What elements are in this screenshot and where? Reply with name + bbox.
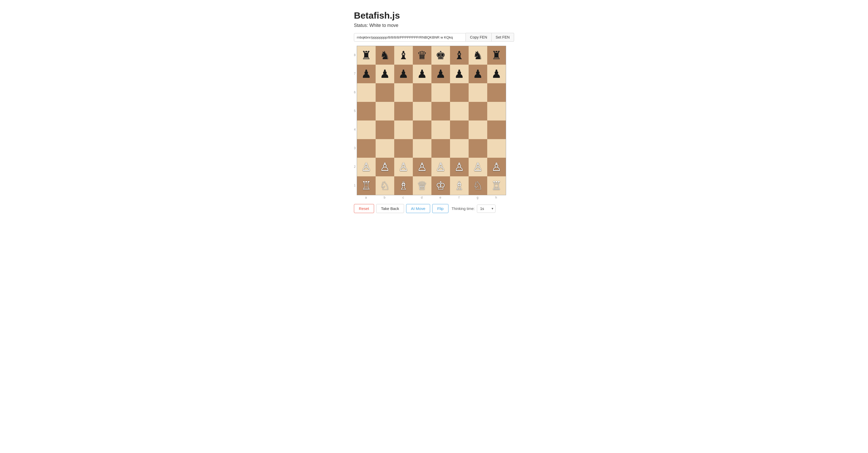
square-c2[interactable]: ♙ bbox=[394, 158, 413, 176]
square-f4[interactable] bbox=[450, 120, 469, 139]
chess-board[interactable]: ♜♞♝♛♚♝♞♜♟♟♟♟♟♟♟♟♙♙♙♙♙♙♙♙♖♘♗♕♔♗♘♖ bbox=[357, 46, 506, 195]
square-e6[interactable] bbox=[431, 83, 450, 102]
black-p-h7: ♟ bbox=[491, 68, 501, 80]
flip-button[interactable]: Flip bbox=[432, 204, 448, 213]
square-b7[interactable]: ♟ bbox=[376, 65, 394, 83]
white-P-e2: ♙ bbox=[436, 161, 445, 173]
square-a8[interactable]: ♜ bbox=[357, 46, 376, 65]
white-B-c1: ♗ bbox=[398, 180, 408, 191]
file-label-b: b bbox=[375, 196, 394, 199]
square-h6[interactable] bbox=[487, 83, 506, 102]
square-a3[interactable] bbox=[357, 139, 376, 158]
square-d4[interactable] bbox=[413, 120, 431, 139]
square-e5[interactable] bbox=[431, 102, 450, 120]
black-p-f7: ♟ bbox=[454, 68, 464, 80]
square-f5[interactable] bbox=[450, 102, 469, 120]
square-a6[interactable] bbox=[357, 83, 376, 102]
thinking-time-select[interactable]: 0.1s0.5s1s2s5s10s bbox=[477, 204, 495, 213]
square-a1[interactable]: ♖ bbox=[357, 176, 376, 195]
square-g2[interactable]: ♙ bbox=[469, 158, 487, 176]
square-h7[interactable]: ♟ bbox=[487, 65, 506, 83]
copy-fen-button[interactable]: Copy FEN bbox=[466, 33, 491, 41]
white-P-f2: ♙ bbox=[454, 161, 464, 173]
white-N-b1: ♘ bbox=[380, 180, 390, 191]
rank-label-1: 1 bbox=[354, 176, 356, 195]
square-f8[interactable]: ♝ bbox=[450, 46, 469, 65]
rank-label-6: 6 bbox=[354, 83, 356, 102]
square-f1[interactable]: ♗ bbox=[450, 176, 469, 195]
square-c3[interactable] bbox=[394, 139, 413, 158]
square-d5[interactable] bbox=[413, 102, 431, 120]
ai-move-button[interactable]: AI Move bbox=[406, 204, 430, 213]
black-q-d8: ♛ bbox=[417, 50, 427, 61]
reset-button[interactable]: Reset bbox=[354, 204, 374, 213]
square-g3[interactable] bbox=[469, 139, 487, 158]
square-h2[interactable]: ♙ bbox=[487, 158, 506, 176]
square-h8[interactable]: ♜ bbox=[487, 46, 506, 65]
square-g1[interactable]: ♘ bbox=[469, 176, 487, 195]
black-n-g8: ♞ bbox=[473, 50, 483, 61]
take-back-button[interactable]: Take Back bbox=[376, 204, 404, 213]
square-e8[interactable]: ♚ bbox=[431, 46, 450, 65]
thinking-time-label: Thinking time: bbox=[452, 206, 475, 211]
black-k-e8: ♚ bbox=[436, 50, 445, 61]
square-h5[interactable] bbox=[487, 102, 506, 120]
square-h1[interactable]: ♖ bbox=[487, 176, 506, 195]
fen-input[interactable] bbox=[354, 33, 466, 41]
square-e2[interactable]: ♙ bbox=[431, 158, 450, 176]
square-c7[interactable]: ♟ bbox=[394, 65, 413, 83]
square-e7[interactable]: ♟ bbox=[431, 65, 450, 83]
square-d6[interactable] bbox=[413, 83, 431, 102]
square-f7[interactable]: ♟ bbox=[450, 65, 469, 83]
square-b1[interactable]: ♘ bbox=[376, 176, 394, 195]
square-a5[interactable] bbox=[357, 102, 376, 120]
square-c1[interactable]: ♗ bbox=[394, 176, 413, 195]
black-p-c7: ♟ bbox=[398, 68, 408, 80]
square-g7[interactable]: ♟ bbox=[469, 65, 487, 83]
square-e3[interactable] bbox=[431, 139, 450, 158]
square-e1[interactable]: ♔ bbox=[431, 176, 450, 195]
square-h3[interactable] bbox=[487, 139, 506, 158]
square-c8[interactable]: ♝ bbox=[394, 46, 413, 65]
square-b2[interactable]: ♙ bbox=[376, 158, 394, 176]
square-b6[interactable] bbox=[376, 83, 394, 102]
square-f3[interactable] bbox=[450, 139, 469, 158]
fen-row: Copy FEN Set FEN bbox=[354, 33, 514, 41]
square-b3[interactable] bbox=[376, 139, 394, 158]
file-labels: abcdefgh bbox=[357, 196, 505, 199]
square-d7[interactable]: ♟ bbox=[413, 65, 431, 83]
square-c5[interactable] bbox=[394, 102, 413, 120]
square-h4[interactable] bbox=[487, 120, 506, 139]
controls-row: Reset Take Back AI Move Flip Thinking ti… bbox=[354, 204, 495, 213]
square-d3[interactable] bbox=[413, 139, 431, 158]
square-d1[interactable]: ♕ bbox=[413, 176, 431, 195]
white-P-d2: ♙ bbox=[417, 161, 427, 173]
file-label-c: c bbox=[394, 196, 412, 199]
square-f2[interactable]: ♙ bbox=[450, 158, 469, 176]
square-g8[interactable]: ♞ bbox=[469, 46, 487, 65]
rank-label-4: 4 bbox=[354, 120, 356, 139]
square-g5[interactable] bbox=[469, 102, 487, 120]
app-container: Betafish.js Status: White to move Copy F… bbox=[354, 10, 514, 213]
square-f6[interactable] bbox=[450, 83, 469, 102]
square-g4[interactable] bbox=[469, 120, 487, 139]
square-a2[interactable]: ♙ bbox=[357, 158, 376, 176]
black-r-a8: ♜ bbox=[361, 50, 371, 61]
square-d2[interactable]: ♙ bbox=[413, 158, 431, 176]
square-b4[interactable] bbox=[376, 120, 394, 139]
square-c6[interactable] bbox=[394, 83, 413, 102]
black-p-d7: ♟ bbox=[417, 68, 427, 80]
white-B-f1: ♗ bbox=[454, 180, 464, 191]
square-g6[interactable] bbox=[469, 83, 487, 102]
rank-label-7: 7 bbox=[354, 64, 356, 83]
game-status: Status: White to move bbox=[354, 23, 398, 28]
square-d8[interactable]: ♛ bbox=[413, 46, 431, 65]
square-e4[interactable] bbox=[431, 120, 450, 139]
set-fen-button[interactable]: Set FEN bbox=[492, 33, 514, 41]
square-c4[interactable] bbox=[394, 120, 413, 139]
square-a7[interactable]: ♟ bbox=[357, 65, 376, 83]
square-b5[interactable] bbox=[376, 102, 394, 120]
file-label-g: g bbox=[468, 196, 487, 199]
square-b8[interactable]: ♞ bbox=[376, 46, 394, 65]
square-a4[interactable] bbox=[357, 120, 376, 139]
